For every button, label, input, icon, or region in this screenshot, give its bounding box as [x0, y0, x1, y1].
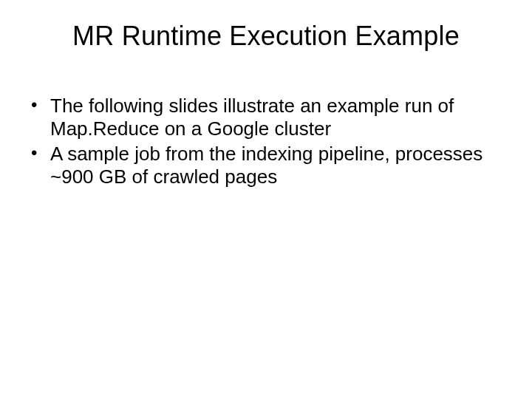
bullet-list: The following slides illustrate an examp…: [30, 95, 502, 188]
bullet-item: A sample job from the indexing pipeline,…: [30, 143, 502, 188]
slide-container: MR Runtime Execution Example The followi…: [0, 0, 532, 399]
bullet-item: The following slides illustrate an examp…: [30, 95, 502, 140]
slide-title: MR Runtime Execution Example: [30, 21, 502, 52]
